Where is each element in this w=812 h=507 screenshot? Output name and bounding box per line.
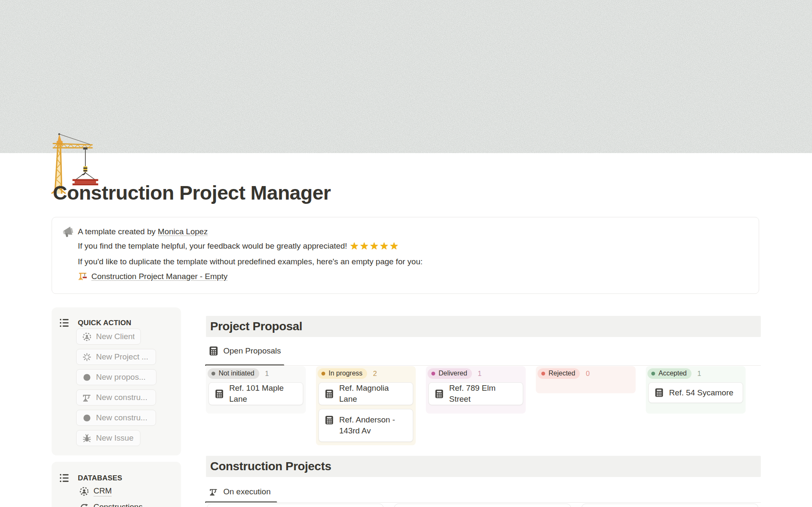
status-badge: Not initiated bbox=[208, 368, 259, 379]
five-stars-icon: ★★★★★ bbox=[350, 240, 400, 252]
quick-action-header: QUICK ACTION bbox=[59, 318, 131, 328]
template-callout: A template created by Monica Lopez If yo… bbox=[52, 217, 759, 294]
gray-circle-icon bbox=[82, 414, 91, 422]
loop-arrow-icon bbox=[80, 503, 89, 507]
section-title: Project Proposal bbox=[210, 320, 302, 333]
crane-icon bbox=[209, 487, 218, 496]
card-title: Ref. 789 Elm Street bbox=[449, 383, 518, 405]
callout-line-1: A template created by Monica Lopez bbox=[78, 226, 208, 237]
board-column-delivered: Delivered 1 Ref. 789 Elm Street bbox=[426, 366, 526, 414]
status-dot-icon bbox=[651, 372, 655, 375]
card-title: Ref. 54 Sycamore bbox=[669, 387, 733, 398]
sidebar-item-constructions[interactable]: Constructions bbox=[80, 502, 143, 507]
tab-label: Open Proposals bbox=[223, 346, 281, 356]
page-title: Construction Project Manager bbox=[53, 181, 331, 204]
sidebar-item-crm[interactable]: CRM bbox=[80, 486, 112, 496]
section-title: Construction Projects bbox=[210, 460, 331, 473]
column-header: Rejected 0 bbox=[536, 368, 636, 379]
burst-icon bbox=[82, 353, 91, 362]
calculator-icon bbox=[435, 389, 443, 398]
crane-icon bbox=[82, 393, 91, 402]
databases-title: DATABASES bbox=[78, 474, 122, 482]
status-badge: In progress bbox=[318, 368, 367, 379]
bug-icon bbox=[82, 434, 91, 443]
calculator-icon bbox=[209, 346, 218, 356]
button-label: New Project ... bbox=[96, 352, 148, 362]
section-heading-construction-projects: Construction Projects bbox=[206, 456, 761, 477]
card-title: Ref. Magnolia Lane bbox=[339, 383, 408, 405]
column-count: 1 bbox=[265, 370, 269, 378]
megaphone-icon bbox=[63, 226, 75, 238]
status-label: Accepted bbox=[658, 370, 687, 377]
calculator-icon bbox=[325, 416, 333, 425]
empty-page-link[interactable]: Construction Project Manager - Empty bbox=[91, 272, 228, 281]
board-column-rejected: Rejected 0 bbox=[536, 366, 636, 393]
sidebar-item-label: Constructions bbox=[93, 502, 143, 507]
quick-action-card: QUICK ACTION New Client New Project ... bbox=[52, 307, 181, 455]
status-dot-icon bbox=[431, 372, 435, 375]
new-construction-button[interactable]: New constru... bbox=[76, 389, 156, 406]
callout-line-4: Construction Project Manager - Empty bbox=[78, 271, 228, 282]
column-header: Accepted 1 bbox=[646, 368, 746, 379]
board-card[interactable]: Ref. Anderson - 143rd Av bbox=[318, 409, 413, 442]
tab-label: On execution bbox=[223, 487, 271, 496]
callout-line-3: If you'd like to duplicate the template … bbox=[78, 256, 422, 267]
status-dot-icon bbox=[321, 372, 325, 375]
button-label: New Issue bbox=[96, 433, 134, 443]
new-project-button[interactable]: New Project ... bbox=[76, 349, 156, 365]
gray-circle-icon bbox=[82, 373, 91, 382]
status-dot-icon bbox=[541, 372, 545, 375]
new-construction-button-2[interactable]: New constru... bbox=[76, 410, 156, 426]
board-column-accepted: Accepted 1 Ref. 54 Sycamore bbox=[646, 366, 746, 414]
button-label: New Client bbox=[96, 332, 134, 341]
callout-line-2: If you find the template helpful, your f… bbox=[78, 241, 399, 251]
main-content: Project Proposal Open Proposals bbox=[206, 316, 761, 507]
status-badge: Delivered bbox=[428, 368, 472, 379]
board-card[interactable]: Ref. 54 Sycamore bbox=[648, 382, 743, 403]
tab-divider bbox=[206, 502, 761, 503]
new-issue-button[interactable]: New Issue bbox=[76, 430, 140, 446]
button-label: New propos... bbox=[96, 373, 145, 382]
status-label: In progress bbox=[329, 370, 362, 377]
calculator-icon bbox=[655, 388, 663, 397]
person-dashed-circle-icon bbox=[82, 332, 91, 341]
quick-action-title: QUICK ACTION bbox=[78, 319, 131, 327]
tab-open-proposals[interactable]: Open Proposals bbox=[209, 346, 281, 356]
section-heading-project-proposal: Project Proposal bbox=[206, 316, 761, 337]
board-column-not-initiated: Not initiated 1 Ref. 101 Maple Lane bbox=[206, 366, 306, 414]
status-badge: Rejected bbox=[538, 368, 580, 379]
databases-card: DATABASES CRM Constructions bbox=[52, 462, 181, 507]
list-icon bbox=[59, 473, 70, 483]
callout-text: If you find the template helpful, your f… bbox=[78, 241, 347, 250]
board-card[interactable]: Ref. 789 Elm Street bbox=[428, 382, 523, 405]
status-label: Not initiated bbox=[219, 370, 255, 377]
status-badge: Accepted bbox=[647, 368, 691, 379]
stucco-texture bbox=[0, 0, 812, 153]
new-proposal-button[interactable]: New propos... bbox=[76, 369, 156, 385]
crane-icon bbox=[78, 271, 88, 281]
person-dashed-circle-icon bbox=[80, 487, 89, 496]
column-header: In progress 2 bbox=[316, 368, 416, 379]
sidebar-item-label: CRM bbox=[93, 486, 112, 496]
card-title: Ref. 101 Maple Lane bbox=[229, 383, 298, 405]
board-card[interactable]: Ref. Magnolia Lane bbox=[318, 382, 413, 405]
button-label: New constru... bbox=[96, 413, 147, 422]
author-link[interactable]: Monica Lopez bbox=[158, 227, 208, 236]
databases-header: DATABASES bbox=[59, 473, 122, 483]
column-count: 1 bbox=[697, 370, 701, 378]
board-card[interactable] bbox=[394, 504, 571, 507]
board-card[interactable]: Ref. 101 Maple Lane bbox=[208, 382, 303, 405]
new-client-button[interactable]: New Client bbox=[76, 329, 141, 345]
tab-divider bbox=[206, 365, 761, 366]
board-column-in-progress: In progress 2 Ref. Magnolia Lane bbox=[316, 366, 416, 445]
card-title: Ref. Anderson - 143rd Av bbox=[339, 414, 408, 436]
board-card[interactable] bbox=[582, 504, 758, 507]
status-label: Rejected bbox=[549, 370, 575, 377]
status-dot-icon bbox=[211, 372, 215, 375]
board-card[interactable] bbox=[207, 504, 384, 507]
tab-on-execution[interactable]: On execution bbox=[209, 487, 271, 496]
calculator-icon bbox=[215, 389, 223, 398]
column-count: 1 bbox=[478, 370, 482, 378]
calculator-icon bbox=[325, 389, 333, 398]
callout-text: A template created by bbox=[78, 227, 158, 236]
